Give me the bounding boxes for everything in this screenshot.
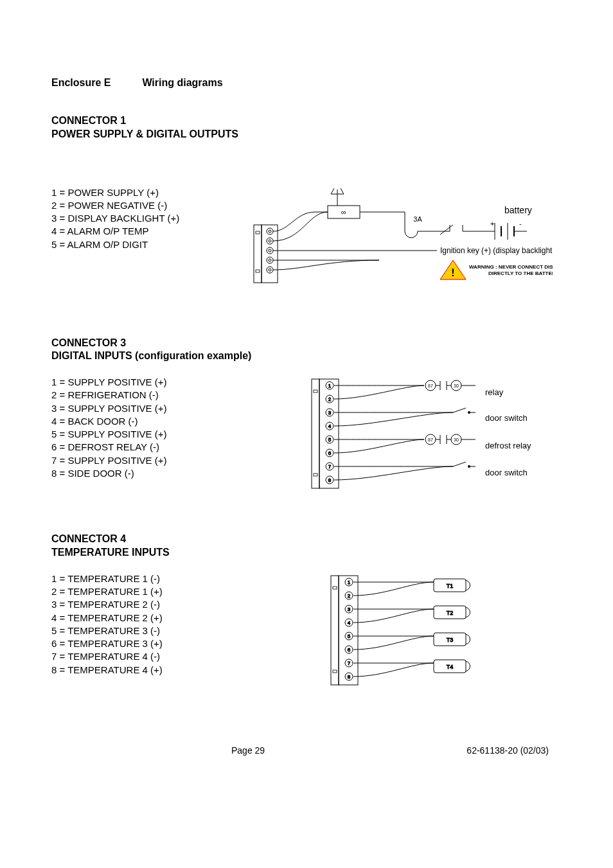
connector1-heading1: CONNECTOR 1	[51, 114, 562, 128]
svg-line-73	[453, 408, 466, 412]
svg-rect-45	[314, 390, 317, 393]
svg-point-11	[269, 259, 271, 261]
svg-line-19	[331, 188, 334, 194]
pin: 6 = TEMPERATURE 3 (+)	[51, 637, 251, 650]
svg-rect-94	[333, 670, 337, 673]
svg-point-12	[267, 267, 273, 273]
svg-text:2: 2	[328, 396, 332, 402]
connector3-heading2: DIGITAL INPUTS (configuration example)	[51, 350, 562, 363]
svg-text:1: 1	[348, 580, 351, 585]
connector4-title: CONNECTOR 4 TEMPERATURE INPUTS	[51, 533, 562, 560]
svg-text:6: 6	[328, 450, 332, 456]
svg-rect-2	[256, 231, 260, 234]
warning-icon: !	[440, 260, 466, 279]
pin: 6 = DEFROST RELAY (-)	[51, 441, 251, 454]
svg-text:5: 5	[348, 633, 351, 639]
svg-text:2: 2	[348, 593, 351, 599]
connector1-pins: 1 = POWER SUPPLY (+) 2 = POWER NEGATIVE …	[51, 186, 251, 251]
pin: 5 = SUPPLY POSITIVE (+)	[51, 428, 251, 441]
svg-text:4: 4	[328, 423, 332, 429]
svg-line-20	[341, 188, 344, 194]
pin: 8 = TEMPERATURE 4 (+)	[51, 664, 251, 677]
connector1-diagram: ∞ 3A	[251, 186, 562, 298]
pin: 3 = SUPPLY POSITIVE (+)	[51, 402, 251, 415]
svg-rect-43	[312, 379, 319, 488]
pin: 8 = SIDE DOOR (-)	[51, 467, 251, 480]
enclosure-heading: Enclosure E Wiring diagrams	[51, 77, 562, 89]
svg-line-28	[440, 225, 453, 235]
connector1-section: CONNECTOR 1 POWER SUPPLY & DIGITAL OUTPU…	[51, 114, 562, 298]
doc-number: 62-61138-20 (02/03)	[466, 745, 549, 756]
svg-text:6: 6	[348, 647, 351, 653]
pin: 3 = TEMPERATURE 2 (-)	[51, 598, 251, 611]
pin: 2 = POWER NEGATIVE (-)	[51, 199, 251, 212]
connector4-heading1: CONNECTOR 4	[51, 533, 562, 546]
svg-point-13	[269, 269, 271, 271]
connector4-diagram: 1 2 3 4 5 6 7 8 T1	[251, 572, 562, 691]
svg-point-9	[269, 249, 271, 252]
page: Enclosure E Wiring diagrams CONNECTOR 1 …	[0, 0, 613, 868]
page-footer: Page 29 62-61138-20 (02/03)	[0, 745, 613, 756]
connector3-title: CONNECTOR 3 DIGITAL INPUTS (configuratio…	[51, 337, 562, 364]
connector3-pins: 1 = SUPPLY POSITIVE (+) 2 = REFRIGERATIO…	[51, 376, 251, 480]
svg-point-5	[269, 230, 271, 233]
svg-text:battery: battery	[504, 205, 532, 215]
svg-line-87	[453, 462, 466, 466]
svg-text:3: 3	[328, 410, 332, 416]
connector3-heading1: CONNECTOR 3	[51, 337, 562, 350]
svg-text:7: 7	[328, 464, 332, 470]
pin: 5 = ALARM O/P DIGIT	[51, 238, 251, 251]
svg-text:-: -	[519, 220, 522, 227]
svg-text:3A: 3A	[413, 215, 422, 223]
svg-text:relay: relay	[485, 387, 504, 397]
pin: 4 = BACK DOOR (-)	[51, 415, 251, 428]
connector3-diagram: 1 2 3 4 5 6 7 8 87	[251, 376, 562, 494]
page-number: Page 29	[231, 745, 265, 756]
enclosure-label: Enclosure E	[51, 77, 111, 88]
svg-point-10	[267, 257, 273, 263]
pin: 2 = REFRIGERATION (-)	[51, 389, 251, 402]
svg-rect-46	[314, 474, 317, 476]
svg-point-7	[269, 240, 271, 242]
svg-text:30: 30	[454, 384, 459, 388]
svg-rect-0	[254, 225, 262, 283]
connector4-section: CONNECTOR 4 TEMPERATURE INPUTS 1 = TEMPE…	[51, 533, 562, 691]
svg-text:T1: T1	[447, 583, 454, 589]
svg-text:∞: ∞	[341, 208, 346, 216]
pin: 3 = DISPLAY BACKLIGHT (+)	[51, 212, 251, 225]
connector3-section: CONNECTOR 3 DIGITAL INPUTS (configuratio…	[51, 337, 562, 495]
svg-text:30: 30	[454, 438, 459, 442]
svg-text:!: !	[451, 267, 454, 278]
svg-text:defrost relay: defrost relay	[485, 441, 531, 450]
svg-text:T4: T4	[447, 664, 454, 670]
svg-point-4	[267, 228, 273, 235]
svg-text:Ignition key (+) (display back: Ignition key (+) (display backlight)	[440, 246, 553, 255]
svg-point-8	[267, 247, 273, 254]
pin: 5 = TEMPERATURE 3 (-)	[51, 624, 251, 637]
svg-text:+: +	[490, 220, 494, 227]
pin: 7 = TEMPERATURE 4 (-)	[51, 650, 251, 663]
svg-point-6	[267, 238, 273, 244]
connector4-pins: 1 = TEMPERATURE 1 (-) 2 = TEMPERATURE 1 …	[51, 572, 251, 677]
svg-text:5: 5	[328, 437, 332, 443]
pin: 4 = TEMPERATURE 2 (+)	[51, 612, 251, 624]
enclosure-title: Wiring diagrams	[142, 77, 222, 88]
svg-text:DIRECTLY TO THE BATTERY: DIRECTLY TO THE BATTERY	[488, 270, 553, 276]
connector4-heading2: TEMPERATURE INPUTS	[51, 546, 562, 560]
svg-text:87: 87	[428, 438, 433, 442]
svg-text:1: 1	[328, 383, 332, 389]
svg-text:door switch: door switch	[485, 413, 528, 423]
connector1-heading2: POWER SUPPLY & DIGITAL OUTPUTS	[51, 128, 562, 141]
svg-rect-93	[333, 587, 337, 589]
pin: 4 = ALARM O/P TEMP	[51, 225, 251, 238]
svg-text:87: 87	[428, 384, 433, 388]
svg-rect-3	[256, 270, 260, 272]
pin: 1 = TEMPERATURE 1 (-)	[51, 572, 251, 585]
svg-text:T2: T2	[447, 610, 454, 616]
svg-text:8: 8	[328, 477, 332, 483]
svg-text:door switch: door switch	[485, 468, 528, 477]
pin: 7 = SUPPLY POSITIVE (+)	[51, 454, 251, 467]
pin: 2 = TEMPERATURE 1 (+)	[51, 585, 251, 598]
connector1-title: CONNECTOR 1 POWER SUPPLY & DIGITAL OUTPU…	[51, 114, 562, 141]
svg-text:4: 4	[348, 620, 351, 626]
